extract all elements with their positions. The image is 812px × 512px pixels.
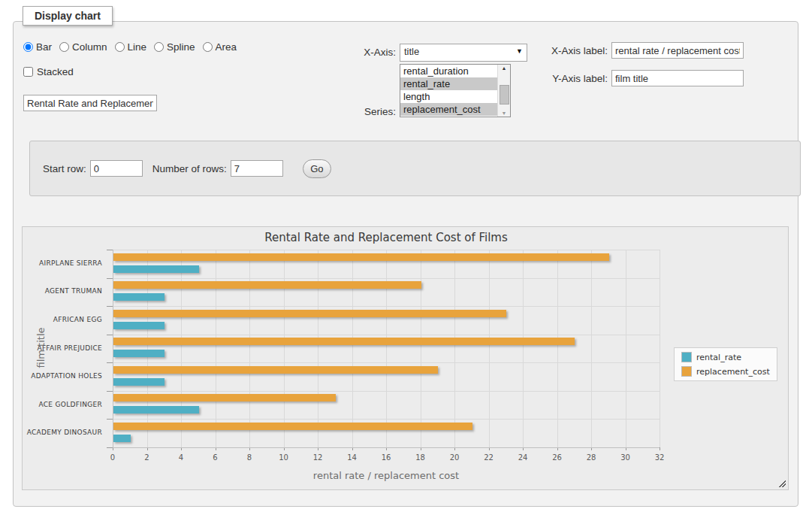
chart-type-radio-column[interactable] <box>59 42 69 52</box>
y-gridline <box>113 306 660 307</box>
chart-title-input[interactable] <box>23 95 157 111</box>
chart-type-option-bar[interactable]: Bar <box>23 41 52 53</box>
chart-bar-replacement_cost[interactable] <box>113 253 609 261</box>
x-tick-label: 26 <box>546 453 569 462</box>
chart-type-radio-area[interactable] <box>203 42 213 52</box>
category-label: AGENT TRUMAN <box>23 287 102 295</box>
x-tick-label: 6 <box>204 453 227 462</box>
chart-bar-rental_rate[interactable] <box>113 378 165 386</box>
x-tick-label: 20 <box>443 453 466 462</box>
x-tick-label: 28 <box>580 453 602 462</box>
x-axis-label-label: X-Axis label: <box>545 45 608 56</box>
y-gridline <box>113 250 660 250</box>
series-select-label: Series: <box>352 106 396 117</box>
scrollbar-thumb[interactable] <box>500 85 509 105</box>
x-tick-label: 16 <box>375 453 397 462</box>
chart-bar-replacement_cost[interactable] <box>113 338 575 345</box>
stacked-option[interactable]: Stacked <box>23 66 74 77</box>
series-option[interactable]: length <box>400 90 497 103</box>
chart-bar-rental_rate[interactable] <box>113 265 199 273</box>
start-row-input[interactable] <box>90 160 143 177</box>
x-tick-label: 10 <box>273 453 295 462</box>
chart-bar-replacement_cost[interactable] <box>113 366 438 374</box>
y-axis-tick <box>107 419 113 420</box>
y-axis-label-label: Y-Axis label: <box>545 73 608 84</box>
x-tick-label: 32 <box>648 453 671 462</box>
chart-bar-rental_rate[interactable] <box>113 435 131 442</box>
legend-item-replacement_cost[interactable]: replacement_cost <box>681 366 770 377</box>
series-option[interactable]: rental_rate <box>400 77 497 90</box>
x-gridline <box>454 250 455 447</box>
category-label: AIRPLANE SIERRA <box>23 259 102 267</box>
x-gridline <box>249 250 250 447</box>
x-gridline <box>318 250 318 447</box>
num-rows-input[interactable] <box>231 160 283 177</box>
chart-bar-rental_rate[interactable] <box>113 293 165 301</box>
display-chart-fieldset: Bar Column Line Spline Area Stacked X-Ax… <box>13 21 798 507</box>
chart-type-option-area[interactable]: Area <box>203 41 237 53</box>
series-option[interactable]: replacement_cost <box>400 103 497 116</box>
chart-type-label: Bar <box>36 41 52 53</box>
y-gridline <box>113 335 660 335</box>
series-scrollbar[interactable]: ▲ ▼ <box>497 65 510 117</box>
chart-bar-replacement_cost[interactable] <box>113 310 506 317</box>
x-gridline <box>626 250 626 447</box>
x-axis-label-input[interactable] <box>611 42 744 59</box>
x-gridline <box>557 250 558 447</box>
x-axis-tick <box>660 447 660 450</box>
x-gridline <box>352 250 353 447</box>
chart-title: Rental Rate and Replacement Cost of Film… <box>113 231 660 244</box>
x-axis-select[interactable]: title ▼ <box>400 44 527 62</box>
category-label: ACE GOLDFINGER <box>23 401 102 408</box>
y-axis-label-input[interactable] <box>611 70 744 86</box>
y-gridline <box>113 419 660 420</box>
chart-type-option-line[interactable]: Line <box>115 41 147 53</box>
legend-item-rental_rate[interactable]: rental_rate <box>681 352 770 362</box>
chart-bar-rental_rate[interactable] <box>113 350 165 357</box>
x-tick-label: 14 <box>341 453 364 462</box>
y-axis-tick <box>107 306 113 307</box>
chart-type-option-spline[interactable]: Spline <box>154 41 195 53</box>
go-button[interactable]: Go <box>303 159 331 178</box>
series-multiselect[interactable]: rental_duration rental_rate length repla… <box>400 64 511 117</box>
x-tick-label: 4 <box>170 453 192 462</box>
x-tick-label: 8 <box>238 453 261 462</box>
chart-type-radio-line[interactable] <box>115 42 125 52</box>
legend-label: rental_rate <box>696 353 741 362</box>
x-gridline <box>523 250 524 447</box>
x-gridline <box>489 250 490 447</box>
x-tick-label: 30 <box>614 453 637 462</box>
y-axis-title: film title <box>35 302 47 392</box>
chart-type-label: Column <box>72 41 107 53</box>
resize-handle-icon[interactable] <box>777 479 786 487</box>
stacked-checkbox[interactable] <box>23 67 33 77</box>
scroll-up-icon[interactable]: ▲ <box>498 65 510 71</box>
chart-container: Rental Rate and Replacement Cost of Film… <box>22 226 789 490</box>
x-gridline <box>147 250 148 447</box>
chart-bar-rental_rate[interactable] <box>113 406 199 414</box>
chart-type-radio-spline[interactable] <box>154 42 164 52</box>
x-tick-label: 18 <box>409 453 432 462</box>
y-axis-line <box>113 250 113 447</box>
legend-label: replacement_cost <box>696 367 770 377</box>
y-axis-tick <box>107 278 113 279</box>
x-gridline <box>216 250 216 447</box>
series-option[interactable]: rental_duration <box>400 65 497 77</box>
chart-bar-replacement_cost[interactable] <box>113 423 472 430</box>
chart-bar-rental_rate[interactable] <box>113 322 165 329</box>
page: Display chart Bar Column Line Spline Are… <box>0 0 812 512</box>
chart-type-label: Area <box>216 41 237 53</box>
rows-panel: Start row: Number of rows: Go <box>29 141 801 196</box>
x-tick-label: 0 <box>101 453 124 462</box>
chart-type-option-column[interactable]: Column <box>59 41 107 53</box>
x-axis-line <box>113 447 660 448</box>
y-gridline <box>113 278 660 279</box>
scroll-down-icon[interactable]: ▼ <box>498 111 510 116</box>
category-label: ACADEMY DINOSAUR <box>23 429 102 436</box>
chart-bar-replacement_cost[interactable] <box>113 281 421 289</box>
x-axis-title: rental rate / replacement cost <box>113 470 660 481</box>
chart-type-label: Spline <box>167 41 195 53</box>
chart-bar-replacement_cost[interactable] <box>113 394 336 401</box>
x-gridline <box>660 250 660 447</box>
chart-type-radio-bar[interactable] <box>23 42 33 52</box>
